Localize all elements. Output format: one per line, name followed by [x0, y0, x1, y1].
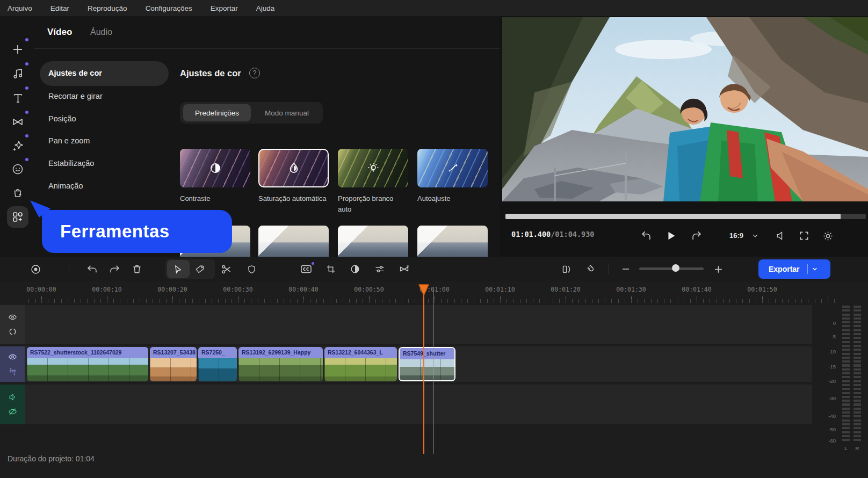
timeline-clip[interactable]: RS13192_6299139_Happy	[238, 347, 323, 381]
menu-ajuda[interactable]: Ajuda	[256, 4, 275, 12]
track-row-overlay[interactable]	[0, 305, 812, 344]
step-forward-icon[interactable]	[689, 228, 705, 244]
timeline-clip[interactable]: RS13207_53438	[150, 347, 197, 381]
volume-icon[interactable]	[772, 228, 789, 244]
playhead-handle[interactable]	[418, 284, 429, 296]
preset-autoajuste[interactable]	[417, 149, 488, 187]
redo-icon[interactable]	[106, 261, 122, 277]
preset-thumbnail[interactable]	[258, 226, 329, 257]
record-icon[interactable]	[27, 261, 44, 277]
auto-ripple-magnet-icon[interactable]	[583, 261, 599, 277]
tools-icon[interactable]	[8, 207, 28, 227]
crop-icon[interactable]	[323, 261, 339, 277]
menu-arquivo[interactable]: Arquivo	[8, 4, 32, 12]
track-header-audio	[0, 385, 25, 424]
meter-db-label: -15	[814, 364, 836, 370]
export-chevron-icon[interactable]	[808, 266, 822, 272]
transitions-icon[interactable]	[8, 112, 28, 132]
menu-reproducao[interactable]: Reprodução	[88, 4, 127, 12]
preset-proporcao-branco-auto[interactable]	[338, 149, 408, 187]
stock-icon[interactable]	[8, 183, 28, 203]
select-cursor-icon[interactable]	[170, 261, 186, 277]
timeline-clip[interactable]: RS7250_	[198, 347, 237, 381]
menu-editar[interactable]: Editar	[50, 4, 69, 12]
track-hide-eye-off-icon[interactable]	[8, 407, 17, 416]
adjust-sliders-icon[interactable]	[372, 261, 388, 277]
effects-icon[interactable]	[8, 135, 28, 156]
preset-saturacao-automatica[interactable]	[258, 149, 329, 187]
meter-db-label: -50	[814, 426, 836, 432]
ruler-tick-label: 00:01:20	[544, 286, 587, 293]
timeline-clip[interactable]: RS7522_shutterstock_1102647029	[27, 347, 148, 381]
fullscreen-icon[interactable]	[796, 228, 812, 244]
preset-contraste[interactable]	[180, 149, 250, 187]
captions-cc-icon[interactable]	[298, 261, 314, 277]
aspect-ratio-value[interactable]: 16:9	[729, 231, 743, 240]
menu-exportar[interactable]: Exportar	[211, 4, 238, 12]
zoom-slider-thumb[interactable]	[672, 264, 679, 272]
split-scissors-icon[interactable]	[218, 261, 234, 277]
color-contrast-icon[interactable]	[347, 261, 363, 277]
preview-settings-gear-icon[interactable]	[820, 228, 836, 244]
nav-item-recortar-e-girar[interactable]: Recortar e girar	[48, 92, 103, 100]
track-visibility-eye-icon[interactable]	[8, 313, 17, 322]
speed-ramp-icon[interactable]	[396, 261, 413, 277]
meter-channel-right: R	[853, 445, 861, 451]
zoom-in-icon[interactable]	[710, 261, 726, 277]
zoom-out-icon[interactable]	[618, 261, 634, 277]
timeline-zoom-slider[interactable]	[639, 267, 704, 270]
track-visibility-eye-icon[interactable]	[8, 352, 17, 361]
mask-shield-icon[interactable]	[243, 261, 259, 277]
toolbar-divider	[609, 264, 609, 274]
meter-channel-left: L	[842, 445, 850, 451]
track-row-audio[interactable]	[0, 385, 812, 424]
audio-icon[interactable]	[8, 63, 28, 84]
nav-item-posicao[interactable]: Posição	[48, 114, 76, 123]
text-icon[interactable]	[8, 88, 28, 108]
tab-predefinicoes[interactable]: Predefinições	[183, 104, 251, 121]
clip-thumbnail-strip	[238, 358, 323, 381]
preset-label-contraste: Contraste	[180, 193, 250, 204]
tab-video[interactable]: Vídeo	[47, 27, 72, 38]
play-button[interactable]	[663, 228, 679, 244]
chevron-down-icon[interactable]	[750, 228, 761, 244]
playhead-line[interactable]	[423, 295, 424, 454]
timeline-area: 00:00:00 00:00:10 00:00:20 00:00:30 00:0…	[0, 281, 868, 478]
project-duration-status: Duração do projeto: 01:04	[8, 454, 95, 463]
preview-progress-bar[interactable]	[505, 214, 866, 219]
ferramentas-tooltip: Ferramentas	[42, 210, 232, 253]
preview-pane: 01:01.400/01:04.930 16:9	[500, 16, 868, 257]
clip-thumbnail-strip	[400, 359, 454, 381]
ruler-tick-label: 00:00:10	[85, 286, 128, 293]
nav-item-pan-e-zoom[interactable]: Pan e zoom	[48, 136, 90, 145]
add-media-icon[interactable]	[8, 39, 28, 60]
hover-position-line	[433, 290, 433, 454]
preset-label-autoajuste: Autoajuste	[417, 193, 488, 204]
track-sync-link-icon[interactable]	[8, 327, 17, 336]
undo-icon[interactable]	[84, 261, 100, 277]
video-preview[interactable]	[502, 17, 868, 201]
clip-thumbnail-strip	[27, 358, 148, 381]
menu-configuracoes[interactable]: Configurações	[146, 4, 192, 12]
delete-icon[interactable]	[129, 261, 145, 277]
timeline-clip-selected[interactable]: RS7549_shutter	[399, 347, 455, 381]
stickers-icon[interactable]	[8, 159, 28, 179]
snap-icon[interactable]	[559, 261, 575, 277]
step-backward-icon[interactable]	[638, 228, 654, 244]
nav-item-animacao[interactable]: Animação	[48, 182, 83, 190]
timeline-clip[interactable]: RS13212_6044363_L	[324, 347, 397, 381]
nav-item-estabilizacao[interactable]: Estabilização	[48, 159, 94, 168]
tag-tool-icon[interactable]	[192, 261, 208, 277]
export-button[interactable]: Exportar	[758, 259, 830, 279]
track-render-effects-icon[interactable]	[8, 367, 17, 376]
meter-db-label: -10	[814, 349, 836, 354]
preset-thumbnail[interactable]	[338, 226, 408, 257]
tab-audio[interactable]: Áudio	[90, 27, 112, 37]
preset-thumbnail[interactable]	[417, 226, 488, 257]
meter-db-label: -60	[814, 438, 836, 444]
ruler-tick-label: 00:00:40	[282, 286, 325, 293]
timecode: 01:01.400/01:04.930	[511, 230, 594, 238]
track-audio-speaker-icon[interactable]	[8, 393, 17, 402]
help-icon[interactable]: ?	[249, 68, 260, 78]
tab-modo-manual[interactable]: Modo manual	[255, 104, 319, 121]
